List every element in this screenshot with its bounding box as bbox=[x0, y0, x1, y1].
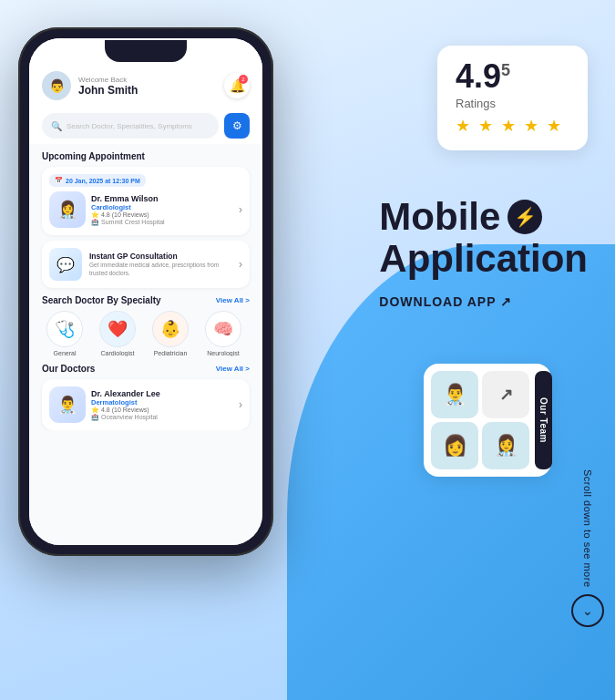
peds-icon: 👶 bbox=[152, 311, 189, 347]
notification-badge: 2 bbox=[239, 75, 248, 84]
doctors-section-header: Our Doctors View All > bbox=[42, 364, 250, 374]
alex-specialty: Dermatologist bbox=[91, 398, 233, 407]
team-label: Our Team bbox=[535, 371, 552, 469]
welcome-text: Welcome Back bbox=[78, 76, 138, 84]
phone-screen: 👨 Welcome Back John Smith 🔔 2 🔍 bbox=[29, 38, 262, 545]
alex-star-icon: ⭐ bbox=[91, 407, 99, 414]
app-title: Mobile ⚡ bbox=[379, 196, 588, 238]
rating-score: 4.95 bbox=[456, 60, 569, 93]
avatar: 👨 bbox=[42, 71, 71, 100]
scroll-indicator: Scroll down to see more ⌄ bbox=[571, 469, 604, 628]
phone-notch bbox=[105, 40, 187, 62]
rating-card: 4.95 Ratings ★ ★ ★ ★ ★ bbox=[437, 46, 588, 150]
app-title-line2: Application bbox=[379, 238, 588, 280]
scroll-text: Scroll down to see more bbox=[582, 469, 593, 588]
alex-name: Dr. Alexander Lee bbox=[91, 389, 233, 398]
user-name: John Smith bbox=[78, 84, 138, 97]
hospital-icon: 🏥 bbox=[91, 219, 99, 226]
neuro-label: Neurologist bbox=[207, 350, 239, 356]
alex-rating: ⭐ 4.8 (10 Reviews) bbox=[91, 407, 233, 414]
notification-button[interactable]: 🔔 2 bbox=[224, 73, 250, 98]
search-input-wrap[interactable]: 🔍 Search Doctor, Specialities, Symptoms bbox=[42, 113, 219, 139]
team-link-button[interactable]: ↗ bbox=[482, 371, 529, 418]
filter-button[interactable]: ⚙ bbox=[224, 113, 250, 139]
alex-info: Dr. Alexander Lee Dermatologist ⭐ 4.8 (1… bbox=[91, 389, 233, 421]
phone-frame: 👨 Welcome Back John Smith 🔔 2 🔍 bbox=[18, 27, 273, 556]
doctors-title: Our Doctors bbox=[42, 364, 95, 374]
general-icon: 🩺 bbox=[46, 311, 83, 347]
specialty-title: Search Doctor By Specialty bbox=[42, 295, 161, 305]
lightning-icon: ⚡ bbox=[507, 200, 542, 234]
consult-title: Instant GP Consultation bbox=[89, 252, 231, 261]
cardio-label: Cardiologist bbox=[101, 350, 135, 356]
alex-hospital: 🏥 Oceanview Hospital bbox=[91, 414, 233, 421]
appointment-card[interactable]: 📅 20 Jan, 2025 at 12:30 PM 👩‍⚕️ Dr. Emma… bbox=[42, 167, 250, 235]
alex-arrow[interactable]: › bbox=[239, 398, 242, 411]
specialty-neurologist[interactable]: 🧠 Neurologist bbox=[200, 311, 246, 356]
rating-label: Ratings bbox=[456, 97, 569, 110]
doctor-specialty: Cardiologist bbox=[91, 203, 233, 211]
search-placeholder: Search Doctor, Specialities, Symptoms bbox=[67, 122, 192, 130]
user-text: Welcome Back John Smith bbox=[78, 76, 138, 97]
doctor-photo: 👩‍⚕️ bbox=[49, 191, 86, 228]
doctor-info: Dr. Emma Wilson Cardiologist ⭐ 4.8 (10 R… bbox=[91, 194, 233, 226]
rating-stars: ★ ★ ★ ★ ★ bbox=[456, 116, 569, 136]
doctor-rating: ⭐ 4.8 (10 Reviews) bbox=[91, 211, 233, 219]
doctor-list-card[interactable]: 👨‍⚕️ Dr. Alexander Lee Dermatologist ⭐ 4… bbox=[42, 379, 250, 430]
app-screen: 👨 Welcome Back John Smith 🔔 2 🔍 bbox=[29, 38, 262, 545]
specialty-pediatrician[interactable]: 👶 Pediatrician bbox=[148, 311, 193, 356]
upcoming-section-title: Upcoming Appointment bbox=[42, 151, 250, 161]
alex-hospital-icon: 🏥 bbox=[91, 414, 99, 421]
team-photo-2: 👩 bbox=[431, 422, 478, 469]
app-title-section: Mobile ⚡ Application DOWNLOAD APP ↗ bbox=[370, 196, 588, 309]
download-button[interactable]: DOWNLOAD APP ↗ bbox=[379, 294, 588, 309]
doctor-hospital: 🏥 Summit Crest Hospital bbox=[91, 219, 233, 226]
app-content: Upcoming Appointment 📅 20 Jan, 2025 at 1… bbox=[29, 144, 262, 430]
specialty-section-header: Search Doctor By Specialty View All > bbox=[42, 295, 250, 305]
team-photo-grid: 👨‍⚕️ ↗ 👩 👩‍⚕️ bbox=[431, 371, 529, 469]
specialty-cardiologist[interactable]: ❤️ Cardiologist bbox=[95, 311, 140, 356]
consult-desc: Get immediate medical advice, prescripti… bbox=[89, 261, 231, 277]
consult-icon: 💬 bbox=[49, 248, 82, 281]
calendar-icon: 📅 bbox=[55, 177, 63, 184]
team-photo-1: 👨‍⚕️ bbox=[431, 371, 478, 418]
star-icon: ⭐ bbox=[91, 211, 99, 219]
right-panel: 4.95 Ratings ★ ★ ★ ★ ★ Mobile ⚡ Applicat… bbox=[370, 46, 588, 477]
specialty-general[interactable]: 🩺 General bbox=[42, 311, 87, 356]
alex-photo: 👨‍⚕️ bbox=[49, 386, 86, 423]
doctor-name: Dr. Emma Wilson bbox=[91, 194, 233, 203]
search-bar: 🔍 Search Doctor, Specialities, Symptoms … bbox=[29, 108, 262, 144]
doctor-row: 👩‍⚕️ Dr. Emma Wilson Cardiologist ⭐ 4.8 … bbox=[49, 191, 242, 228]
consult-arrow[interactable]: › bbox=[239, 258, 242, 271]
appointment-arrow[interactable]: › bbox=[239, 203, 242, 216]
user-info: 👨 Welcome Back John Smith bbox=[42, 71, 138, 100]
consult-info: Instant GP Consultation Get immediate me… bbox=[89, 252, 231, 277]
cardio-icon: ❤️ bbox=[99, 311, 136, 347]
specialty-view-all[interactable]: View All > bbox=[216, 296, 250, 304]
doctors-view-all[interactable]: View All > bbox=[216, 365, 250, 373]
general-label: General bbox=[54, 350, 77, 356]
appointment-date: 📅 20 Jan, 2025 at 12:30 PM bbox=[49, 174, 146, 187]
scroll-down-button[interactable]: ⌄ bbox=[571, 594, 604, 627]
phone-mockup: 👨 Welcome Back John Smith 🔔 2 🔍 bbox=[18, 27, 273, 556]
search-icon: 🔍 bbox=[51, 121, 62, 131]
team-photo-3: 👩‍⚕️ bbox=[482, 422, 529, 469]
team-card-wrapper: 👨‍⚕️ ↗ 👩 👩‍⚕️ Our Team bbox=[424, 336, 551, 477]
neuro-icon: 🧠 bbox=[205, 311, 241, 347]
team-card: 👨‍⚕️ ↗ 👩 👩‍⚕️ Our Team bbox=[424, 364, 551, 477]
instant-consult-card[interactable]: 💬 Instant GP Consultation Get immediate … bbox=[42, 241, 250, 288]
peds-label: Pediatrician bbox=[154, 350, 188, 356]
specialty-grid: 🩺 General ❤️ Cardiologist 👶 Pediatrician bbox=[42, 311, 250, 356]
